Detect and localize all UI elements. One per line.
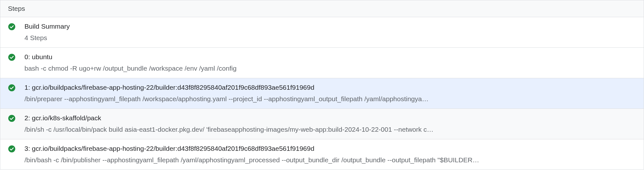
status-icon-col [8,83,16,92]
build-steps-panel: Steps Build Summary 4 Steps [0,0,644,170]
status-icon-col [8,22,16,31]
success-check-icon [8,115,16,122]
svg-point-4 [8,145,15,152]
step-command: bash -c chmod -R ugo+rw /output_bundle /… [24,64,636,73]
step-row-1[interactable]: 1: gcr.io/buildpacks/firebase-app-hostin… [0,78,644,109]
step-content: 0: ubuntu bash -c chmod -R ugo+rw /outpu… [24,52,636,74]
success-check-icon [8,53,16,61]
status-icon-col [8,113,16,122]
summary-title: Build Summary [24,22,636,31]
success-check-icon [8,23,16,31]
step-content: 3: gcr.io/buildpacks/firebase-app-hostin… [24,144,636,165]
summary-content: Build Summary 4 Steps [24,22,636,43]
svg-point-3 [8,115,15,122]
step-command: /bin/sh -c /usr/local/bin/pack build asi… [24,125,636,134]
svg-point-0 [8,23,15,30]
step-title: 0: ubuntu [24,52,636,62]
status-icon-col [8,52,16,61]
step-title: 2: gcr.io/k8s-skaffold/pack [24,113,636,123]
step-row-2[interactable]: 2: gcr.io/k8s-skaffold/pack /bin/sh -c /… [0,109,644,139]
summary-subtitle: 4 Steps [24,33,636,43]
svg-point-1 [8,54,15,61]
step-content: 2: gcr.io/k8s-skaffold/pack /bin/sh -c /… [24,113,636,135]
steps-header: Steps [0,0,644,17]
success-check-icon [8,84,16,92]
step-row-3[interactable]: 3: gcr.io/buildpacks/firebase-app-hostin… [0,139,644,170]
status-icon-col [8,144,16,153]
step-title: 1: gcr.io/buildpacks/firebase-app-hostin… [24,83,636,92]
step-row-0[interactable]: 0: ubuntu bash -c chmod -R ugo+rw /outpu… [0,48,644,78]
step-command: /bin/bash -c /bin/publisher --apphosting… [24,155,636,165]
step-title: 3: gcr.io/buildpacks/firebase-app-hostin… [24,144,636,153]
svg-point-2 [8,84,15,91]
step-command: /bin/preparer --apphostingyaml_filepath … [24,94,636,104]
steps-header-title: Steps [8,5,25,12]
build-summary-row[interactable]: Build Summary 4 Steps [0,17,644,48]
step-content: 1: gcr.io/buildpacks/firebase-app-hostin… [24,83,636,104]
success-check-icon [8,145,16,153]
